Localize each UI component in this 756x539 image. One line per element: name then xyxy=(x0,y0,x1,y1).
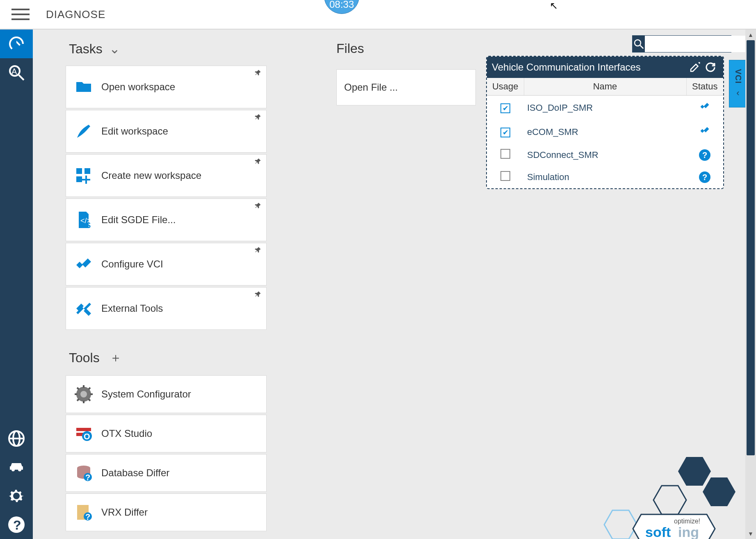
top-bar: DIAGNOSE xyxy=(0,0,756,30)
svg-text:S: S xyxy=(85,221,91,230)
gear-icon xyxy=(7,486,26,506)
plus-icon[interactable]: ＋ xyxy=(110,349,122,366)
tool-icon: ? xyxy=(66,502,101,522)
page-title: DIAGNOSE xyxy=(46,8,105,21)
pin-icon[interactable] xyxy=(255,291,261,299)
svg-marker-35 xyxy=(678,457,711,486)
pin-icon[interactable] xyxy=(255,158,261,167)
sidebar-item-analyze[interactable]: A xyxy=(0,58,33,87)
tool-card[interactable]: ?VRX Differ xyxy=(66,493,267,531)
pin-icon[interactable] xyxy=(255,202,261,211)
scroll-thumb[interactable] xyxy=(747,40,755,455)
sidebar-item-settings[interactable] xyxy=(0,482,33,510)
task-card[interactable]: Open workspace xyxy=(66,66,267,108)
scroll-up-icon[interactable]: ▲ xyxy=(745,30,756,40)
help-icon: ? xyxy=(7,515,26,534)
task-card[interactable]: Configure VCI xyxy=(66,243,267,285)
svg-line-9 xyxy=(640,46,644,49)
car-icon xyxy=(7,457,26,477)
vci-name: SDConnect_SMR xyxy=(524,144,686,166)
vci-status: ? xyxy=(686,144,723,166)
svg-line-1 xyxy=(19,75,24,80)
svg-text:?: ? xyxy=(85,512,90,521)
search-box[interactable] xyxy=(632,35,731,53)
task-icon xyxy=(66,299,101,318)
vci-tab-label: VCI xyxy=(733,69,743,84)
svg-marker-38 xyxy=(604,510,637,539)
help-status-icon: ? xyxy=(699,149,710,161)
edit-icon[interactable] xyxy=(687,59,703,75)
task-icon xyxy=(66,77,101,97)
scroll-down-icon[interactable]: ▼ xyxy=(745,528,756,539)
svg-rect-11 xyxy=(85,168,90,174)
svg-line-23 xyxy=(77,399,79,401)
tasks-column: Tasks ⌄ Open workspaceEdit workspaceCrea… xyxy=(66,41,267,533)
pin-icon[interactable] xyxy=(255,247,261,255)
files-column: Files Open File ... xyxy=(336,41,624,105)
task-icon xyxy=(66,166,101,185)
vci-usage-checkbox[interactable] xyxy=(500,149,510,159)
brand-logo: optimize! soft ing xyxy=(592,453,740,539)
tool-icon: O xyxy=(66,424,101,443)
logo-line2-a: soft xyxy=(645,524,671,539)
hamburger-menu-button[interactable] xyxy=(11,5,30,23)
task-card[interactable]: Create new workspace xyxy=(66,154,267,197)
plug-icon xyxy=(699,126,710,139)
tool-label: System Configurator xyxy=(101,388,191,400)
sidebar-item-web[interactable] xyxy=(0,424,33,453)
content-area: VCI ‹ Vehicle Communication Interfaces U… xyxy=(33,30,756,539)
task-icon xyxy=(66,254,101,274)
search-input[interactable] xyxy=(645,36,747,52)
svg-marker-37 xyxy=(653,486,686,514)
tools-heading-label: Tools xyxy=(69,350,100,365)
vci-row[interactable]: SDConnect_SMR? xyxy=(487,144,723,166)
svg-rect-25 xyxy=(76,428,91,431)
search-a-icon: A xyxy=(7,63,26,82)
tool-card[interactable]: ?Database Differ xyxy=(66,454,267,492)
plug-icon xyxy=(699,102,710,114)
task-card[interactable]: External Tools xyxy=(66,287,267,330)
task-card[interactable]: </>SEdit SGDE File... xyxy=(66,199,267,241)
logo-line1: optimize! xyxy=(674,518,700,525)
vci-usage-checkbox[interactable] xyxy=(500,128,510,137)
svg-line-22 xyxy=(89,399,90,401)
tasks-heading-label: Tasks xyxy=(69,41,103,57)
pin-icon[interactable] xyxy=(255,69,261,78)
tool-label: OTX Studio xyxy=(101,428,152,439)
tool-card[interactable]: System Configurator xyxy=(66,375,267,413)
search-icon xyxy=(633,36,645,52)
vci-status xyxy=(686,96,723,120)
tasks-heading[interactable]: Tasks ⌄ xyxy=(66,41,267,57)
sidebar-item-diagnose[interactable] xyxy=(0,30,33,58)
task-icon xyxy=(66,121,101,141)
vci-side-tab[interactable]: VCI ‹ xyxy=(729,60,747,107)
tool-icon: ? xyxy=(66,463,101,483)
files-heading: Files xyxy=(336,41,624,56)
vci-name: eCOM_SMR xyxy=(524,120,686,144)
tool-icon xyxy=(66,384,101,404)
file-card[interactable]: Open File ... xyxy=(336,69,476,105)
task-label: Open workspace xyxy=(101,81,175,93)
pin-icon[interactable] xyxy=(255,114,261,122)
refresh-icon[interactable] xyxy=(703,59,718,75)
sidebar-item-vehicle[interactable] xyxy=(0,453,33,482)
sidebar-item-help[interactable]: ? xyxy=(0,510,33,539)
chevron-down-icon: ⌄ xyxy=(109,41,120,57)
vci-usage-checkbox[interactable] xyxy=(500,171,510,181)
svg-rect-10 xyxy=(76,168,82,174)
task-label: Create new workspace xyxy=(101,170,201,181)
vci-status xyxy=(686,120,723,144)
vci-row[interactable]: Simulation? xyxy=(487,166,723,188)
tool-card[interactable]: OOTX Studio xyxy=(66,415,267,452)
task-label: Edit SGDE File... xyxy=(101,214,176,226)
svg-text:A: A xyxy=(11,67,17,76)
task-card[interactable]: Edit workspace xyxy=(66,110,267,153)
vci-row[interactable]: eCOM_SMR xyxy=(487,120,723,144)
gauge-icon xyxy=(7,34,26,54)
svg-text:?: ? xyxy=(13,518,21,532)
task-icon: </>S xyxy=(66,210,101,230)
vertical-scrollbar[interactable]: ▲ ▼ xyxy=(745,30,756,539)
vci-name: Simulation xyxy=(524,166,686,188)
tools-heading[interactable]: Tools ＋ xyxy=(69,349,267,366)
task-label: Configure VCI xyxy=(101,258,163,270)
